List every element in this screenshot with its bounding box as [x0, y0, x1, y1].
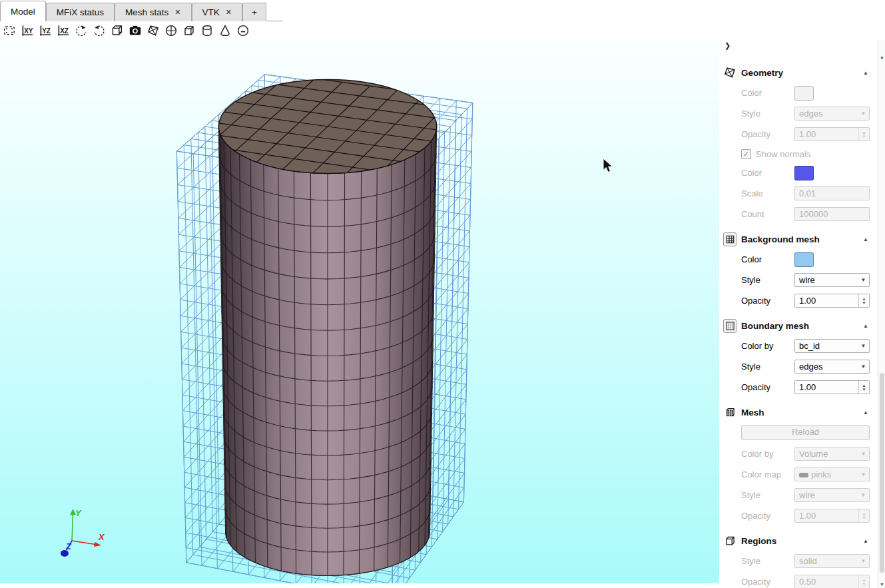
- collapse-arrow-icon[interactable]: ▲: [863, 323, 868, 329]
- colormap-swatch: [799, 473, 808, 477]
- scroll-down-icon[interactable]: ▼: [878, 582, 885, 587]
- gridbtn-icon: [723, 233, 737, 245]
- rotate-left-button[interactable]: [72, 23, 90, 39]
- tab-label: VTK: [202, 7, 220, 17]
- chevron-down-icon: ▼: [858, 111, 869, 117]
- section-mesh: Mesh▲ReloadColor byVolume▼Color mappinks…: [719, 406, 878, 523]
- property-label: Color by: [741, 449, 794, 459]
- spinner-arrows-icon[interactable]: ▲▼: [858, 294, 869, 307]
- section-title: Boundary mesh: [741, 321, 863, 331]
- panel-collapse-button[interactable]: ❯: [725, 41, 735, 52]
- tab-close-icon[interactable]: ✕: [226, 8, 232, 17]
- dropdown-value: wire: [799, 275, 815, 285]
- view-xy-icon: XY: [21, 24, 34, 37]
- tab-model[interactable]: Model: [0, 1, 46, 21]
- spinbox-opacity[interactable]: 1.00▲▼: [794, 294, 870, 308]
- toggle-sphere-icon: [164, 24, 178, 37]
- scroll-up-icon[interactable]: ▲: [878, 55, 885, 59]
- collapse-arrow-icon[interactable]: ▲: [863, 538, 868, 544]
- scrollbar-handle[interactable]: [880, 373, 884, 573]
- vtk-toolbar: XYYZXZ: [0, 21, 885, 40]
- toggle-ellipsoid-icon: [236, 24, 250, 37]
- axis-label: Z: [65, 541, 72, 551]
- property-label: Style: [741, 490, 794, 500]
- rotate-left-icon: [75, 24, 88, 37]
- spinner-arrows-icon: ▲▼: [858, 128, 869, 141]
- chevron-down-icon: ▼: [858, 364, 869, 370]
- spinbox-value: 0.50: [799, 577, 858, 587]
- property-row: Scale0.01: [741, 186, 870, 200]
- show-normals-checkbox: ✓: [741, 149, 751, 159]
- spinbox-value: 1.00: [799, 382, 858, 392]
- view-xz-button[interactable]: XZ: [54, 23, 72, 39]
- property-label: Style: [741, 275, 794, 285]
- tab-vtk[interactable]: VTK✕: [192, 3, 242, 21]
- spinbox-value: 1.00: [799, 511, 858, 521]
- property-label: Style: [741, 109, 794, 119]
- toggle-sphere-button[interactable]: [162, 23, 180, 39]
- tab-mfix-status[interactable]: MFiX status: [46, 3, 115, 21]
- chevron-down-icon: ▼: [858, 471, 869, 477]
- spinner-arrows-icon[interactable]: ▲▼: [858, 381, 869, 394]
- view-xy-button[interactable]: XY: [18, 23, 36, 39]
- section-header[interactable]: Mesh▲: [719, 406, 878, 419]
- property-row: Opacity1.00▲▼: [741, 380, 870, 394]
- tab-+[interactable]: +: [242, 3, 266, 21]
- property-row: Opacity0.50▲▼: [741, 575, 870, 588]
- section-geometry: Geometry▲ColorStyleedges▼Opacity1.00▲▼✓S…: [719, 66, 878, 221]
- property-label: Opacity: [741, 129, 794, 139]
- dropdown-style: edges▼: [794, 107, 870, 121]
- property-label: Opacity: [741, 577, 794, 587]
- property-label: Opacity: [741, 382, 794, 392]
- dropdown-value: Volume: [799, 449, 828, 459]
- property-label: Color map: [741, 469, 794, 479]
- spinbox-opacity: 1.00▲▼: [794, 509, 870, 523]
- perspective-button[interactable]: [108, 23, 126, 39]
- property-label: Opacity: [741, 511, 794, 521]
- vtk-viewport[interactable]: YXZ: [0, 40, 719, 583]
- checkbox-label: Show normals: [756, 149, 810, 159]
- tab-close-icon[interactable]: ✕: [174, 8, 180, 17]
- color-swatch-button[interactable]: [794, 252, 814, 267]
- tab-bar: ModelMFiX statusMesh stats✕VTK✕+: [0, 0, 885, 21]
- dropdown-style[interactable]: edges▼: [794, 360, 870, 374]
- property-row: Styleedges▼: [741, 360, 870, 374]
- spinbox-opacity[interactable]: 1.00▲▼: [794, 380, 870, 394]
- input-count: 100000: [794, 207, 870, 221]
- view-yz-button[interactable]: YZ: [36, 23, 54, 39]
- tab-mesh-stats[interactable]: Mesh stats✕: [115, 3, 192, 21]
- property-row: Styleedges▼: [741, 107, 870, 121]
- panel-scrollbar[interactable]: ▲ ▼: [878, 40, 885, 588]
- property-row: Count100000: [741, 207, 870, 221]
- toggle-geometry-button[interactable]: [144, 23, 162, 39]
- collapse-arrow-icon[interactable]: ▲: [863, 70, 868, 76]
- rotate-right-button[interactable]: [90, 23, 108, 39]
- dropdown-color-by[interactable]: bc_id▼: [794, 339, 870, 353]
- toggle-box-button[interactable]: [180, 23, 198, 39]
- property-row: Color mappinks▼: [741, 467, 870, 481]
- toggle-ellipsoid-button[interactable]: [234, 23, 252, 39]
- section-boundary-mesh: Boundary mesh▲Color bybc_id▼Styleedges▼O…: [719, 319, 878, 394]
- collapse-arrow-icon[interactable]: ▲: [863, 410, 868, 416]
- section-title: Regions: [741, 536, 863, 546]
- collapse-arrow-icon[interactable]: ▲: [863, 236, 868, 242]
- section-header[interactable]: Background mesh▲: [719, 232, 878, 246]
- svg-text:XY: XY: [24, 27, 33, 35]
- geom-icon: [723, 67, 737, 79]
- section-header[interactable]: Boundary mesh▲: [719, 319, 878, 332]
- property-label: Style: [741, 362, 794, 372]
- toggle-cylinder-button[interactable]: [198, 23, 216, 39]
- dropdown-style[interactable]: wire▼: [794, 273, 870, 287]
- toggle-cone-button[interactable]: [216, 23, 234, 39]
- section-title: Mesh: [741, 408, 863, 418]
- chevron-down-icon: ▼: [858, 343, 869, 349]
- section-title: Background mesh: [741, 234, 863, 244]
- property-row: Color byVolume▼: [741, 447, 870, 461]
- section-header[interactable]: Geometry▲: [719, 66, 878, 79]
- view-xz-icon: XZ: [57, 24, 70, 37]
- dropdown-value: edges: [799, 109, 822, 119]
- reset-view-button[interactable]: [0, 23, 18, 39]
- tab-label: Mesh stats: [125, 7, 168, 17]
- section-header[interactable]: Regions▲: [719, 534, 878, 547]
- screenshot-button[interactable]: [126, 23, 144, 39]
